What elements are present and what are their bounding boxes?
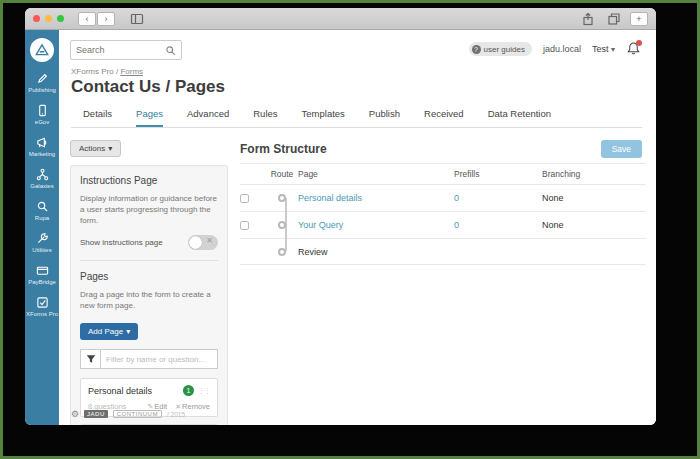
browser-titlebar: ‹ › + <box>25 8 656 30</box>
drag-handle-icon[interactable]: ⋮⋮ <box>198 387 210 395</box>
row-checkbox[interactable] <box>240 221 249 230</box>
page-filter <box>80 349 218 369</box>
toggle-off-icon: ✕ <box>206 236 213 245</box>
sidebar-item-label: Rupa <box>35 215 49 221</box>
tab-publish[interactable]: Publish <box>369 108 400 127</box>
add-page-button[interactable]: Add Page ▾ <box>80 323 138 340</box>
app-footer: ⚙ JADU CONTINUUM / 2015 <box>71 409 185 419</box>
main-content: ? user guides jadu.local Test ▾ XForms P… <box>59 30 656 425</box>
prefills-link[interactable]: 0 <box>454 220 459 230</box>
user-guides-badge[interactable]: ? user guides <box>469 42 532 56</box>
minimize-window-button[interactable] <box>45 15 52 22</box>
table-row: Your Query 0 None <box>240 211 646 238</box>
search-icon <box>165 45 176 56</box>
chevron-down-icon: ▾ <box>611 45 615 54</box>
back-button[interactable]: ‹ <box>78 12 96 26</box>
instructions-toggle-row: Show instructions page ✕ <box>80 235 218 250</box>
sidebar-item-paybridge[interactable]: PayBridge <box>25 264 59 285</box>
user-menu[interactable]: Test ▾ <box>592 44 615 54</box>
sidebar-toggle-icon[interactable] <box>127 12 147 26</box>
instructions-heading: Instructions Page <box>80 175 218 186</box>
filter-funnel-icon <box>80 349 100 369</box>
actions-button[interactable]: Actions ▾ <box>70 140 121 157</box>
breadcrumb-forms[interactable]: Forms <box>120 67 143 76</box>
wrench-icon <box>36 232 49 245</box>
sidebar-item-galaxies[interactable]: Galaxies <box>25 168 59 189</box>
history-nav: ‹ › <box>78 12 115 26</box>
sitemap-icon <box>36 168 49 181</box>
host-label: jadu.local <box>543 44 581 54</box>
header-right: ? user guides jadu.local Test ▾ <box>469 41 642 57</box>
tab-details[interactable]: Details <box>83 108 112 127</box>
share-icon[interactable] <box>578 12 598 26</box>
tab-data-retention[interactable]: Data Retention <box>488 108 551 127</box>
sidebar-item-publishing[interactable]: Publishing <box>25 72 59 93</box>
page-card-your-query[interactable]: Your Query 1 ⋮⋮ 1 question ✎Edit ✕Remove <box>80 424 218 425</box>
pages-settings-panel: Instructions Page Display information or… <box>70 165 228 425</box>
pages-heading: Pages <box>80 271 218 282</box>
notification-dot <box>636 40 642 46</box>
route-node[interactable] <box>278 194 286 202</box>
pages-description: Drag a page into the form to create a ne… <box>80 289 218 311</box>
checkbox-icon <box>36 296 49 309</box>
table-row: Review <box>240 238 646 265</box>
sidebar-item-label: Marketing <box>29 151 55 157</box>
tab-bar: Details Pages Advanced Rules Templates P… <box>71 101 642 128</box>
form-structure-heading: Form Structure <box>240 142 327 156</box>
add-page-label: Add Page <box>88 327 123 336</box>
question-icon: ? <box>472 45 481 54</box>
search-input[interactable] <box>76 45 165 55</box>
sidebar-item-label: Publishing <box>28 87 56 93</box>
user-guides-label: user guides <box>484 45 525 54</box>
notifications-bell[interactable] <box>626 41 642 57</box>
tab-templates[interactable]: Templates <box>302 108 345 127</box>
sidebar-item-egov[interactable]: eGov <box>25 104 59 125</box>
route-count-badge: 1 <box>183 385 194 396</box>
tab-pages[interactable]: Pages <box>136 108 163 127</box>
browser-window: ‹ › + <box>25 8 656 425</box>
header-route: Route <box>266 169 298 179</box>
route-node <box>278 248 286 256</box>
search-module-icon <box>36 200 49 213</box>
new-tab-button[interactable]: + <box>630 12 648 26</box>
forward-button[interactable]: › <box>97 12 115 26</box>
header-prefills: Prefills <box>454 169 542 179</box>
tab-received[interactable]: Received <box>424 108 464 127</box>
show-instructions-toggle[interactable]: ✕ <box>188 235 218 250</box>
sidebar-item-marketing[interactable]: Marketing <box>25 136 59 157</box>
tab-overview-icon[interactable] <box>604 12 624 26</box>
tab-rules[interactable]: Rules <box>253 108 277 127</box>
zoom-window-button[interactable] <box>57 15 64 22</box>
chrome-right-icons: + <box>578 12 648 26</box>
app-root: Publishing eGov Marketing Galaxies Rupa <box>25 30 656 425</box>
close-window-button[interactable] <box>33 15 40 22</box>
save-button[interactable]: Save <box>601 140 642 158</box>
gear-icon[interactable]: ⚙ <box>71 409 79 419</box>
megaphone-icon <box>36 136 49 149</box>
panel-divider <box>80 260 218 261</box>
sidebar-item-utilities[interactable]: Utilities <box>25 232 59 253</box>
instructions-description: Display information or guidance before a… <box>80 193 218 226</box>
chevron-down-icon: ▾ <box>108 144 112 153</box>
traffic-lights <box>33 15 64 22</box>
sidebar-item-xforms-pro[interactable]: XForms Pro <box>25 296 59 317</box>
route-node[interactable] <box>278 221 286 229</box>
tab-advanced[interactable]: Advanced <box>187 108 229 127</box>
breadcrumb-xforms-pro[interactable]: XForms Pro <box>71 67 114 76</box>
page-title: Contact Us / Pages <box>71 77 225 97</box>
continuum-brand-badge: CONTINUUM <box>113 410 162 418</box>
sidebar-item-rupa[interactable]: Rupa <box>25 200 59 221</box>
prefills-link[interactable]: 0 <box>454 193 459 203</box>
sidebar-item-label: eGov <box>35 119 49 125</box>
jadu-brand-badge: JADU <box>84 410 108 418</box>
table-header-row: Route Page Prefills Branching <box>240 163 646 184</box>
page-link[interactable]: Personal details <box>298 193 362 203</box>
filter-input[interactable] <box>100 349 218 369</box>
page-link[interactable]: Your Query <box>298 220 343 230</box>
jadu-logo[interactable] <box>30 38 54 62</box>
toggle-label: Show instructions page <box>80 238 163 247</box>
version-label: / 2015 <box>167 411 185 418</box>
branching-value: None <box>542 220 646 230</box>
card-title: Personal details <box>88 386 183 396</box>
row-checkbox[interactable] <box>240 194 249 203</box>
